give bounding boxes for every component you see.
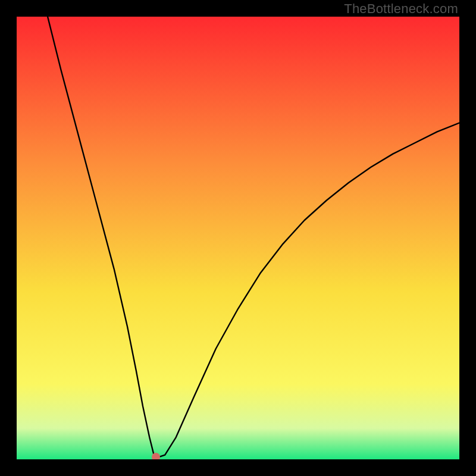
- border-right: [459, 0, 476, 476]
- minimum-marker-dot: [152, 453, 160, 459]
- border-left: [0, 0, 17, 476]
- watermark-text: TheBottleneck.com: [344, 1, 458, 17]
- chart-frame: TheBottleneck.com: [0, 0, 476, 476]
- svg-rect-0: [17, 17, 459, 459]
- border-bottom: [0, 459, 476, 476]
- gradient-background: [17, 17, 459, 459]
- plot-area: [17, 17, 459, 459]
